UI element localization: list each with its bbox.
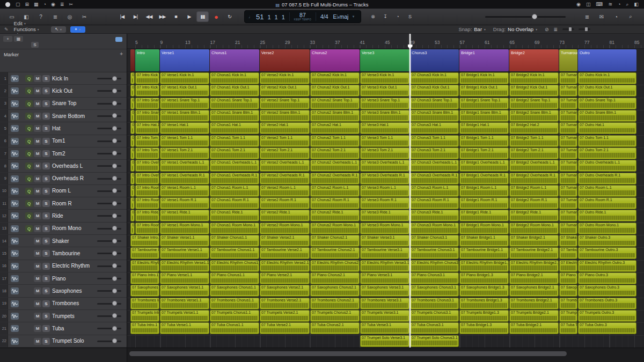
master-solo-icon[interactable]: S bbox=[405, 12, 415, 22]
region[interactable]: 07 Trumpets Intro.1 bbox=[130, 310, 159, 322]
quantize-button[interactable]: Q bbox=[25, 150, 33, 157]
list-editors-icon[interactable]: ≣ bbox=[581, 12, 594, 22]
command-click-tool-selector[interactable]: ⌖ ▾ bbox=[70, 26, 85, 33]
region[interactable]: 07 Intro Overheads R.1 bbox=[135, 173, 159, 184]
track-volume-knob[interactable] bbox=[112, 88, 117, 93]
region[interactable]: 07 Turnaround Hat.1 bbox=[559, 122, 577, 134]
region[interactable]: 07 Trombones Chorus2.1 bbox=[310, 298, 360, 309]
region[interactable]: 07 Trumpets Chorus2.1 bbox=[310, 310, 360, 322]
track-header[interactable]: 12QMSRide bbox=[0, 210, 127, 222]
region[interactable]: 07 Chorus1 Room R.1 bbox=[210, 197, 259, 209]
region[interactable]: 07 Bridge1 Snare Btm.1 bbox=[459, 110, 509, 122]
region[interactable]: 07 Chorus2 Ride.1 bbox=[310, 210, 360, 221]
region[interactable]: 07 Verse1 Kick Out.1 bbox=[160, 85, 209, 97]
region[interactable]: 07 Bridge1 Overheads L.1 bbox=[459, 160, 509, 172]
region[interactable]: 07 Chorus3 Snare Btm.1 bbox=[410, 110, 459, 122]
solo-button[interactable]: S bbox=[42, 113, 50, 120]
region[interactable]: 07 Chorus1 Ride.1 bbox=[210, 210, 259, 221]
region[interactable]: 07 Chorus2 Room L.1 bbox=[310, 185, 360, 197]
track-header[interactable]: 3QMSSnare Top bbox=[0, 98, 127, 110]
mute-button[interactable]: M bbox=[34, 113, 41, 120]
region[interactable]: 07 Tambourine Bridge2.1 bbox=[509, 247, 559, 259]
zoom-presets-icon[interactable]: ≣ bbox=[553, 27, 558, 32]
grid-icon[interactable]: ⊞ bbox=[25, 0, 30, 9]
track-header[interactable]: 5QMSHat bbox=[0, 122, 127, 135]
mute-button[interactable]: M bbox=[34, 313, 41, 320]
solo-button[interactable]: S bbox=[42, 287, 50, 294]
playhead[interactable] bbox=[409, 34, 411, 348]
region[interactable]: 07 Chorus1 Tom 1.1 bbox=[210, 135, 259, 147]
region[interactable]: 07 Outro Snare Btm.1 bbox=[578, 110, 636, 122]
region[interactable]: 07 Chorus1 Snare Top.1 bbox=[210, 98, 259, 109]
region[interactable]: 07 Bridge2 Hat.2 bbox=[509, 122, 559, 134]
region[interactable]: 07 Trombones Verse1.1 bbox=[160, 298, 209, 309]
track-volume-knob[interactable] bbox=[112, 164, 117, 168]
region[interactable]: 07 Piano Turnaround.1 bbox=[559, 272, 577, 284]
bell-icon[interactable]: ◔ bbox=[43, 0, 46, 9]
left-click-tool-selector[interactable]: ↖ ▾ bbox=[51, 26, 66, 33]
play-button[interactable]: ▶ bbox=[183, 11, 195, 22]
mute-button[interactable]: M bbox=[34, 100, 41, 107]
region[interactable]: 07 Trombones Verse3.1 bbox=[360, 298, 409, 309]
region[interactable]: 07 Verse3 Room Mono.1 bbox=[360, 223, 409, 234]
region[interactable]: 07 Trumpets Bridge1.3 bbox=[459, 310, 509, 322]
track-volume-knob[interactable] bbox=[112, 251, 117, 256]
mute-button[interactable]: M bbox=[34, 125, 41, 132]
region[interactable]: 07 Bridge1 Room Mono.1 bbox=[459, 223, 509, 234]
display-mirror-icon[interactable]: ◫ bbox=[586, 0, 591, 9]
region[interactable]: 07 Intro Kick Out.1 bbox=[135, 85, 159, 97]
mute-button[interactable]: M bbox=[34, 263, 41, 270]
control-center-icon[interactable]: ◧ bbox=[634, 0, 639, 9]
region[interactable]: 07 Piano Outro.3 bbox=[578, 272, 636, 284]
region[interactable]: 07 Tuba Turnaround.1 bbox=[559, 322, 577, 334]
region[interactable]: 07 Shaker Chorus3.1 bbox=[410, 235, 459, 247]
track-header[interactable]: 17MSPiano bbox=[0, 272, 127, 285]
bar-ruler[interactable]: 5913172125293337414549535761656973778185 bbox=[127, 34, 644, 49]
region[interactable]: 07 Verse2 Snare Btm.1 bbox=[260, 110, 310, 122]
quantize-button[interactable]: Q bbox=[25, 100, 33, 107]
region[interactable]: 07 Verse2 Kick Out.1 bbox=[260, 85, 310, 97]
region[interactable]: 07 Trombones Bridge2.1 bbox=[509, 298, 559, 309]
track-volume-slider[interactable] bbox=[97, 90, 121, 92]
region[interactable]: 07 Tambourine Bridge1.1 bbox=[459, 247, 509, 259]
record-button[interactable]: ● bbox=[210, 11, 222, 22]
region[interactable]: 07 Verse1 Room L.1 bbox=[160, 185, 209, 197]
region[interactable]: 07 Bridge2 Tom 1.1 bbox=[509, 135, 559, 147]
mute-button[interactable]: M bbox=[34, 75, 41, 82]
solo-button[interactable]: S bbox=[42, 300, 50, 307]
region[interactable]: 07 Verse2 Hat.1 bbox=[260, 122, 310, 134]
track-header[interactable]: 8QMSOverheads L bbox=[0, 160, 127, 172]
region[interactable]: 07 Verse2 Kick In.1 bbox=[260, 72, 310, 84]
menu-edit[interactable]: Edit▾ bbox=[14, 20, 39, 26]
track-volume-slider[interactable] bbox=[97, 178, 121, 180]
region[interactable]: 07 Piano Bridge2.1 bbox=[509, 272, 559, 284]
region[interactable]: 07 Verse2 Room L.1 bbox=[260, 185, 310, 197]
quantize-button[interactable]: Q bbox=[25, 200, 33, 207]
wifi-icon[interactable]: ≋ bbox=[608, 0, 612, 9]
region[interactable]: 07 Tambourine Turnaround.1 bbox=[559, 247, 577, 259]
region[interactable]: 07 Verse1 Hat.1 bbox=[160, 122, 209, 134]
region[interactable]: 07 Outro Tom 2.1 bbox=[578, 147, 636, 159]
region[interactable]: 07 Turnaround Room R.1 bbox=[559, 197, 577, 209]
region[interactable]: 07 bbox=[130, 223, 135, 234]
track-volume-knob[interactable] bbox=[112, 201, 117, 206]
snap-dropdown[interactable]: Bar ▾ bbox=[474, 26, 486, 32]
lcd-key-signature[interactable]: E♭maj bbox=[333, 13, 349, 20]
quantize-button[interactable]: Q bbox=[25, 87, 33, 94]
region[interactable]: 07 bbox=[130, 197, 135, 209]
solo-button[interactable]: S bbox=[42, 275, 50, 282]
track-header[interactable]: 2QMSKick Out bbox=[0, 85, 127, 97]
region[interactable]: 07 Trumpets Bridge2.1 bbox=[509, 310, 559, 322]
region[interactable]: 07 Turnaround Snare Btm.1 bbox=[559, 110, 577, 122]
track-volume-slider[interactable] bbox=[97, 203, 121, 204]
region[interactable]: 07 Electric Rhythm Chorus1.1 bbox=[210, 260, 259, 272]
region[interactable]: 07 Turnaround Overheads L.1 bbox=[559, 160, 577, 172]
arrangement-section[interactable] bbox=[130, 49, 135, 71]
region[interactable]: 07 Tambourine Chorus2.1 bbox=[310, 247, 360, 259]
region[interactable]: 07 Electric Rhythm Intro.1 bbox=[130, 260, 159, 272]
rewind-button[interactable]: ◀◀ bbox=[143, 11, 155, 22]
region[interactable]: 07 Chorus3 Hat.1 bbox=[410, 122, 459, 134]
region[interactable]: 07 Chorus1 Kick In.1 bbox=[210, 72, 259, 84]
track-volume-slider[interactable] bbox=[97, 141, 121, 142]
browsers-icon[interactable]: ⌕ bbox=[624, 12, 637, 22]
